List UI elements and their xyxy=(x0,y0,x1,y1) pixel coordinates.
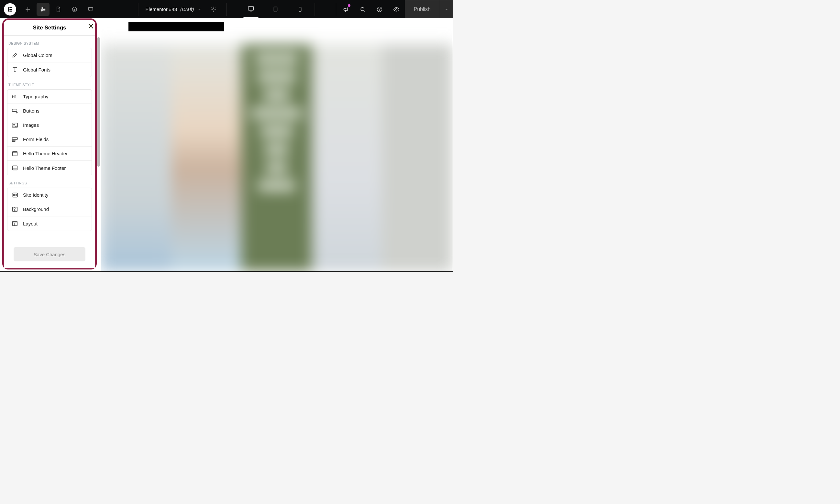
publish-options-button[interactable] xyxy=(440,0,453,18)
row-buttons[interactable]: Buttons xyxy=(7,104,92,118)
svg-point-15 xyxy=(379,10,380,11)
svg-point-4 xyxy=(42,7,43,8)
mobile-icon xyxy=(297,6,303,12)
row-theme-header[interactable]: Hello Theme Header xyxy=(7,146,92,161)
svg-point-10 xyxy=(275,11,276,11)
finder-button[interactable] xyxy=(354,0,371,18)
editor-canvas[interactable] xyxy=(101,18,453,271)
chevron-down-icon xyxy=(444,7,449,12)
svg-rect-22 xyxy=(12,140,15,141)
layers-icon xyxy=(71,6,78,13)
document-state-text: (Draft) xyxy=(180,6,194,12)
elementor-logo-button[interactable] xyxy=(0,0,20,18)
row-label: Site Identity xyxy=(23,192,48,198)
design-system-list: Global Colors Global Fonts xyxy=(7,48,92,77)
button-click-icon xyxy=(11,107,18,114)
publish-button[interactable]: Publish xyxy=(405,0,440,18)
layers-button[interactable] xyxy=(66,0,83,18)
panel-header: Site Settings xyxy=(4,20,95,36)
document-icon xyxy=(55,6,61,13)
section-label-design-system: DESIGN SYSTEM xyxy=(4,36,95,48)
app-window: Elementor #43 (Draft) xyxy=(0,0,453,272)
notes-button[interactable] xyxy=(83,0,99,18)
theme-style-list: H1 Typography Buttons Images Form Fields xyxy=(7,89,92,175)
toolbar-separator xyxy=(227,3,227,16)
toolbar-separator xyxy=(315,3,315,16)
layout-footer-icon xyxy=(11,164,18,172)
svg-rect-3 xyxy=(10,10,12,11)
add-element-button[interactable] xyxy=(20,0,36,18)
toolbar-center-group: Elementor #43 (Draft) xyxy=(137,0,316,18)
row-label: Hello Theme Header xyxy=(23,151,68,156)
sliders-icon xyxy=(40,6,46,13)
toolbar-separator xyxy=(336,3,336,16)
row-form-fields[interactable]: Form Fields xyxy=(7,132,92,146)
row-label: Global Fonts xyxy=(23,67,51,72)
help-button[interactable] xyxy=(371,0,388,18)
svg-point-28 xyxy=(13,194,15,196)
chevron-down-icon xyxy=(197,7,202,12)
h1-icon: H1 xyxy=(11,93,18,100)
notification-dot-icon xyxy=(348,4,351,7)
row-images[interactable]: Images xyxy=(7,118,92,132)
svg-rect-1 xyxy=(10,7,12,8)
gear-icon xyxy=(210,6,217,13)
top-toolbar: Elementor #43 (Draft) xyxy=(0,0,453,18)
svg-text:H1: H1 xyxy=(12,94,17,99)
structure-button[interactable] xyxy=(50,0,66,18)
device-desktop-button[interactable] xyxy=(244,0,258,18)
section-label-theme-style: THEME STYLE xyxy=(4,77,95,89)
typography-t-icon xyxy=(11,66,18,73)
svg-rect-21 xyxy=(12,138,18,140)
layout-header-icon xyxy=(11,150,18,157)
row-label: Typography xyxy=(23,94,48,99)
search-icon xyxy=(359,6,366,13)
svg-point-5 xyxy=(44,9,44,10)
svg-point-7 xyxy=(213,8,214,10)
svg-point-16 xyxy=(395,8,397,10)
form-field-icon xyxy=(11,136,18,143)
section-label-settings: SETTINGS xyxy=(4,175,95,187)
whats-new-button[interactable] xyxy=(338,0,354,18)
svg-point-6 xyxy=(41,10,42,11)
palette-icon xyxy=(11,52,18,59)
toolbar-left-group xyxy=(0,0,99,18)
row-typography[interactable]: H1 Typography xyxy=(7,90,92,104)
row-global-fonts[interactable]: Global Fonts xyxy=(7,62,92,77)
row-label: Global Colors xyxy=(23,52,52,58)
row-layout[interactable]: Layout xyxy=(7,216,92,231)
identity-icon xyxy=(11,192,18,199)
layout-icon xyxy=(11,220,18,227)
preview-button[interactable] xyxy=(388,0,405,18)
panel-body[interactable]: DESIGN SYSTEM Global Colors Global Fonts… xyxy=(4,36,95,241)
device-tablet-button[interactable] xyxy=(268,3,283,16)
canvas-black-block xyxy=(128,22,224,31)
row-background[interactable]: Background xyxy=(7,202,92,216)
publish-label: Publish xyxy=(414,6,431,12)
comment-icon xyxy=(87,6,94,13)
device-mobile-button[interactable] xyxy=(293,3,308,16)
document-title-dropdown[interactable]: Elementor #43 (Draft) xyxy=(145,6,201,12)
save-changes-button[interactable]: Save Changes xyxy=(14,247,85,262)
svg-point-20 xyxy=(14,124,15,125)
plus-icon xyxy=(24,6,31,13)
settings-list: Site Identity Background Layout xyxy=(7,187,92,231)
page-settings-button[interactable] xyxy=(208,0,219,18)
row-theme-footer[interactable]: Hello Theme Footer xyxy=(7,161,92,175)
background-icon xyxy=(11,206,18,213)
save-button-label: Save Changes xyxy=(34,252,65,257)
panel-close-button[interactable] xyxy=(87,23,94,30)
panel-footer: Save Changes xyxy=(4,241,95,268)
elementor-logo-icon xyxy=(4,3,16,16)
svg-rect-30 xyxy=(13,221,17,226)
svg-point-12 xyxy=(300,11,300,11)
svg-point-13 xyxy=(361,7,364,11)
image-icon xyxy=(11,122,18,129)
row-site-identity[interactable]: Site Identity xyxy=(7,188,92,202)
row-global-colors[interactable]: Global Colors xyxy=(7,48,92,62)
site-settings-button[interactable] xyxy=(37,3,50,16)
svg-rect-8 xyxy=(248,7,254,10)
site-settings-panel: Site Settings DESIGN SYSTEM Global Color… xyxy=(2,18,97,269)
panel-scrollbar[interactable] xyxy=(97,37,100,167)
help-icon xyxy=(376,6,383,13)
